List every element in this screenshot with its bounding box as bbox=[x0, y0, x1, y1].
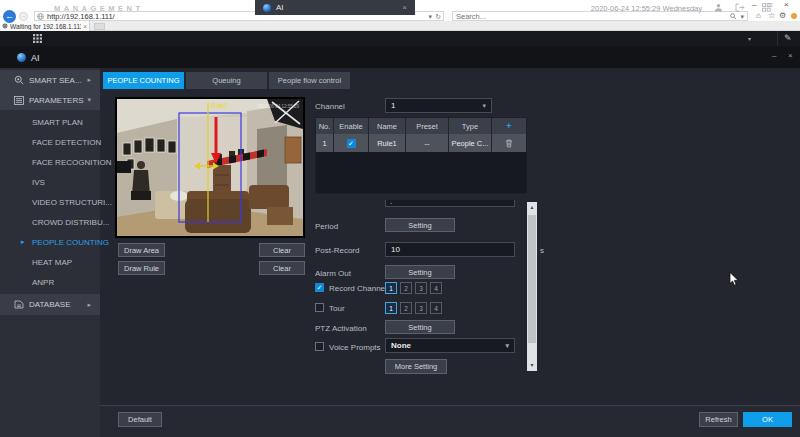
refresh-button[interactable]: Refresh bbox=[699, 412, 738, 427]
more-setting-button[interactable]: More Setting bbox=[385, 359, 447, 374]
globe-icon bbox=[37, 13, 44, 20]
sidebar-item-crowd-distribution[interactable]: CROWD DISTRIBU... bbox=[0, 212, 100, 232]
rules-table: No. Enable Name Preset Type + 1 ✓ Rule1 … bbox=[315, 117, 527, 194]
voice-prompts-value: None bbox=[391, 341, 411, 350]
video-preview[interactable]: 2020-06-24 12:55:29 Rule1 bbox=[115, 97, 305, 238]
table-row[interactable]: 1 ✓ Rule1 -- People C... bbox=[316, 134, 526, 152]
voice-prompts-label: Voice Prompts bbox=[329, 343, 381, 352]
person bbox=[137, 161, 145, 169]
clear-rule-button[interactable]: Clear bbox=[259, 261, 305, 275]
record-channel-3-button[interactable]: 3 bbox=[415, 282, 427, 294]
back-button[interactable]: ← bbox=[3, 10, 16, 23]
ai-sphere-icon bbox=[263, 4, 271, 12]
sidebar-item-face-detection[interactable]: FACE DETECTION bbox=[0, 132, 100, 152]
search-caret-icon[interactable]: ▾ bbox=[740, 12, 744, 21]
scrollbar-thumb[interactable] bbox=[528, 215, 536, 343]
search-icon[interactable] bbox=[730, 13, 737, 20]
clear-area-button[interactable]: Clear bbox=[259, 243, 305, 257]
form-scrollbar[interactable]: ▴ ▾ bbox=[527, 202, 537, 371]
tour-channel-1-button[interactable]: 1 bbox=[385, 302, 397, 314]
apps-grid-icon[interactable] bbox=[762, 3, 771, 12]
forward-button[interactable]: → bbox=[19, 12, 28, 21]
rule-enable-checkbox[interactable]: ✓ bbox=[347, 139, 356, 148]
post-record-input[interactable] bbox=[386, 243, 514, 256]
footer-bar bbox=[100, 405, 800, 437]
tab-people-flow-control[interactable]: People flow control bbox=[269, 72, 350, 89]
tour-channel-3-button[interactable]: 3 bbox=[415, 302, 427, 314]
record-channel-2-button[interactable]: 2 bbox=[400, 282, 412, 294]
sidebar-group-database[interactable]: DATABASE ▸ bbox=[0, 294, 100, 315]
settings-gear-icon[interactable]: ⚙ bbox=[779, 11, 786, 21]
management-title[interactable]: MANAGEMENT bbox=[54, 4, 144, 13]
tour-label: Tour bbox=[329, 304, 345, 313]
sidebar-item-label: PEOPLE COUNTING bbox=[32, 238, 109, 247]
refresh-icon[interactable]: ↻ bbox=[435, 12, 441, 21]
add-rule-button[interactable]: + bbox=[492, 118, 526, 134]
voice-prompts-dropdown[interactable]: None ▾ bbox=[385, 338, 515, 353]
trash-icon bbox=[505, 139, 513, 148]
logout-caret-icon[interactable]: ▾ bbox=[748, 35, 751, 42]
voice-prompts-checkbox[interactable] bbox=[315, 342, 324, 351]
record-channel-4-button[interactable]: 4 bbox=[430, 282, 442, 294]
sidebar-item-face-recognition[interactable]: FACE RECOGNITION bbox=[0, 152, 100, 172]
period-label: Period bbox=[315, 222, 338, 231]
alarm-out-setting-button[interactable]: Setting bbox=[385, 265, 455, 279]
search-input[interactable] bbox=[456, 12, 727, 20]
sidebar-item-label: IVS bbox=[32, 178, 45, 187]
header-preset: Preset bbox=[406, 118, 449, 134]
new-tab-button[interactable] bbox=[94, 23, 105, 30]
scroll-down-icon[interactable]: ▾ bbox=[527, 360, 537, 371]
management-bar bbox=[0, 31, 800, 46]
logout-icon[interactable] bbox=[735, 3, 745, 12]
delete-rule-button[interactable] bbox=[492, 134, 526, 152]
ok-button[interactable]: OK bbox=[743, 412, 792, 427]
browser-tab[interactable]: Waiting for 192.168.1.111... × bbox=[0, 21, 90, 31]
post-record-label: Post-Record bbox=[315, 246, 359, 255]
record-channel-1-button[interactable]: 1 bbox=[385, 282, 397, 294]
window-close-icon[interactable]: × bbox=[784, 0, 789, 10]
chevron-down-icon: ▾ bbox=[87, 96, 91, 104]
dropdown-caret-icon: ▾ bbox=[505, 342, 509, 350]
period-setting-button[interactable]: Setting bbox=[385, 218, 455, 232]
sidebar-item-video-structuring[interactable]: VIDEO STRUCTURI... bbox=[0, 192, 100, 212]
tab-queuing[interactable]: Queuing bbox=[186, 72, 267, 89]
feedback-icon[interactable] bbox=[791, 13, 797, 19]
ai-app-tab-close-icon[interactable]: × bbox=[402, 3, 407, 12]
default-button[interactable]: Default bbox=[118, 412, 162, 427]
channel-dropdown[interactable]: 1 ▾ bbox=[385, 98, 492, 113]
favorites-star-icon[interactable]: ☆ bbox=[768, 11, 775, 21]
sidebar-group-parameters[interactable]: PARAMETERS ▾ bbox=[0, 90, 100, 110]
sidebar-item-anpr[interactable]: ANPR bbox=[0, 272, 100, 292]
ptz-setting-button[interactable]: Setting bbox=[385, 320, 455, 334]
tour-channel-4-button[interactable]: 4 bbox=[430, 302, 442, 314]
draw-rule-button[interactable]: Draw Rule bbox=[118, 261, 165, 275]
scroll-up-icon[interactable]: ▴ bbox=[527, 202, 537, 213]
sidebar: SMART SEA... ▸ PARAMETERS ▾ SMART PLAN F… bbox=[0, 68, 100, 437]
ai-app-tab[interactable]: AI × bbox=[255, 0, 415, 15]
database-icon bbox=[14, 300, 24, 309]
window-minimize-icon[interactable]: – bbox=[752, 0, 756, 10]
sidebar-item-smart-plan[interactable]: SMART PLAN bbox=[0, 112, 100, 132]
sidebar-item-ivs[interactable]: IVS bbox=[0, 172, 100, 192]
tab-close-icon[interactable]: × bbox=[83, 23, 87, 30]
tab-people-counting[interactable]: PEOPLE COUNTING bbox=[103, 72, 184, 89]
draw-area-button[interactable]: Draw Area bbox=[118, 243, 165, 257]
sidebar-item-heat-map[interactable]: HEAT MAP bbox=[0, 252, 100, 272]
sidebar-group-smart-search[interactable]: SMART SEA... ▸ bbox=[0, 70, 100, 90]
pen-icon[interactable]: ✎ bbox=[784, 33, 792, 43]
clipped-field[interactable]: - bbox=[385, 200, 515, 207]
record-channel-checkbox[interactable]: ✓ bbox=[315, 283, 324, 292]
sidebar-item-label: HEAT MAP bbox=[32, 258, 72, 267]
compat-caret-icon[interactable]: ▾ bbox=[429, 12, 433, 21]
home-icon[interactable]: ⌂ bbox=[756, 11, 761, 21]
user-icon[interactable] bbox=[714, 3, 723, 12]
alarm-out-label: Alarm Out bbox=[315, 269, 351, 278]
sidebar-item-label: FACE RECOGNITION bbox=[32, 158, 112, 167]
sidebar-item-people-counting[interactable]: ▸ PEOPLE COUNTING bbox=[0, 232, 100, 252]
page-close-icon[interactable]: × bbox=[788, 51, 793, 60]
tour-channel-2-button[interactable]: 2 bbox=[400, 302, 412, 314]
page-minimize-icon[interactable]: – bbox=[772, 51, 776, 60]
rule-label: Rule1 bbox=[211, 102, 228, 109]
menu-grid-icon[interactable] bbox=[33, 34, 42, 43]
tour-checkbox[interactable] bbox=[315, 303, 324, 312]
